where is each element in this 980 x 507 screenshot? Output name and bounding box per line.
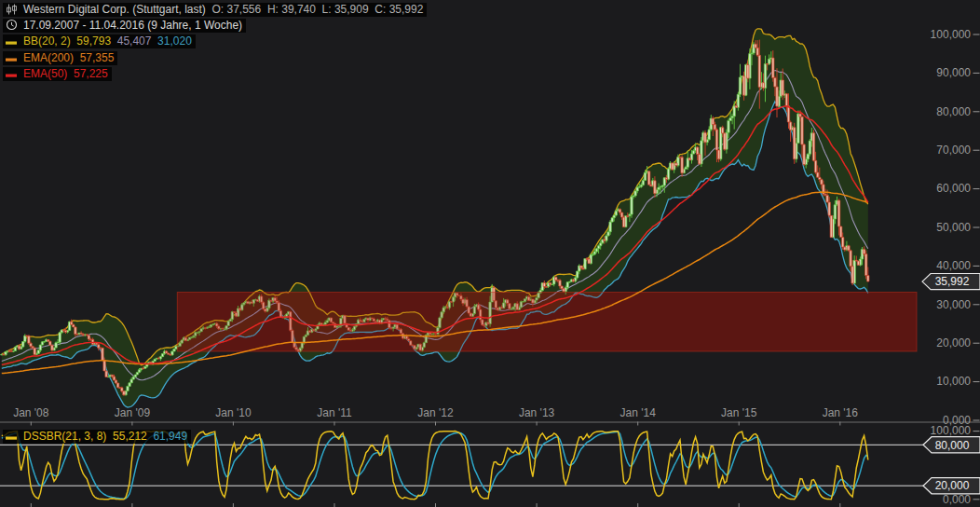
- svg-text:80,000: 80,000: [935, 439, 970, 452]
- svg-text:10,000: 10,000: [936, 375, 971, 388]
- svg-text:60,000: 60,000: [936, 182, 971, 195]
- svg-text:Jan '16: Jan '16: [823, 406, 859, 419]
- svg-text:50,000: 50,000: [936, 221, 971, 234]
- svg-text:Jan '10: Jan '10: [215, 406, 252, 419]
- svg-text:30,000: 30,000: [936, 298, 971, 311]
- svg-text:40,000: 40,000: [936, 259, 971, 272]
- svg-text:70,000: 70,000: [936, 144, 971, 157]
- svg-text:20,000: 20,000: [936, 336, 971, 349]
- svg-text:Jan '08: Jan '08: [13, 406, 49, 419]
- svg-text:100,000: 100,000: [931, 28, 972, 41]
- svg-text:Jan '12: Jan '12: [417, 406, 454, 419]
- svg-text:Jan '09: Jan '09: [115, 406, 151, 419]
- svg-text:100,000: 100,000: [931, 424, 972, 437]
- svg-text:20,000: 20,000: [935, 479, 970, 492]
- svg-text:Jan '14: Jan '14: [620, 406, 657, 419]
- svg-text:90,000: 90,000: [936, 66, 971, 79]
- svg-text:Jan '15: Jan '15: [721, 406, 757, 419]
- svg-text:Jan '11: Jan '11: [317, 406, 352, 419]
- svg-text:35,992: 35,992: [935, 275, 970, 288]
- svg-text:80,000: 80,000: [936, 105, 971, 118]
- svg-text:0,000: 0,000: [943, 493, 971, 506]
- svg-text:Jan '13: Jan '13: [519, 406, 555, 419]
